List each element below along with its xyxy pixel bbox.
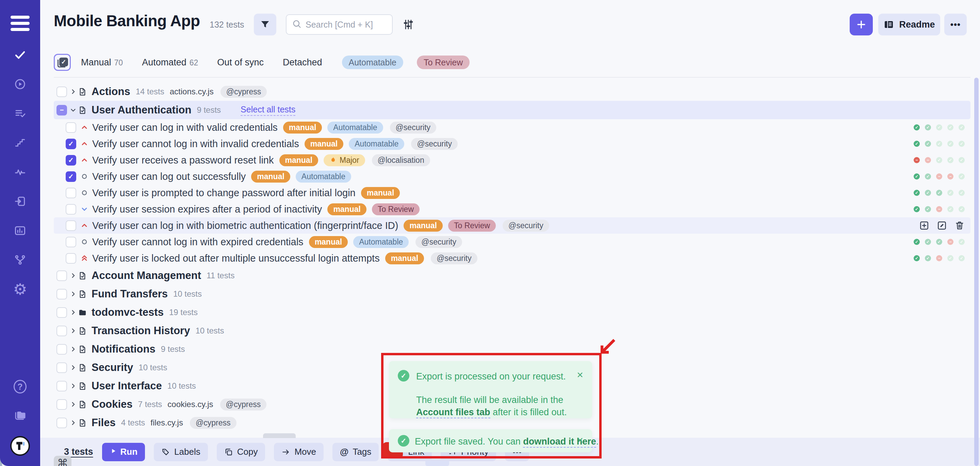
view-settings-icon[interactable] [400, 16, 417, 33]
pill-automatable[interactable]: Automatable [296, 171, 351, 183]
pill-manual[interactable]: manual [251, 171, 290, 183]
chevron-right-icon[interactable] [69, 419, 77, 426]
tab-automated[interactable]: Automated62 [142, 57, 198, 68]
row-checkbox[interactable] [56, 399, 67, 410]
suite-name[interactable]: Fund Transfers [92, 288, 168, 300]
search-input[interactable] [305, 20, 415, 30]
pill-to-review[interactable]: To Review [448, 220, 496, 231]
suite-name[interactable]: Notifications [92, 343, 156, 355]
tag-pill[interactable]: @security [390, 121, 437, 134]
tab-detached[interactable]: Detached [283, 57, 322, 68]
close-icon[interactable]: × [577, 369, 583, 380]
chevron-right-icon[interactable] [69, 364, 77, 371]
select-all-tests-link[interactable]: Select all tests [240, 105, 295, 116]
test-title[interactable]: Verify user is prompted to change passwo… [92, 187, 356, 199]
pill-manual[interactable]: manual [309, 236, 348, 248]
pill-manual[interactable]: manual [385, 252, 424, 264]
create-button[interactable] [850, 14, 873, 35]
add-result-icon[interactable] [919, 220, 929, 231]
analytics-chart-icon[interactable] [14, 224, 27, 237]
row-checkbox[interactable]: − [56, 105, 67, 115]
chevron-right-icon[interactable] [69, 272, 77, 279]
tag-pill[interactable]: @cypress [220, 399, 267, 410]
copy-button[interactable]: Copy [217, 443, 266, 461]
tab-manual[interactable]: Manual70 [81, 57, 123, 68]
tag-pill[interactable]: @security [411, 138, 458, 150]
integrations-branch-icon[interactable] [14, 254, 27, 267]
suite-name[interactable]: Cookies [92, 398, 133, 410]
row-checkbox[interactable] [66, 122, 76, 133]
tab-out-of-sync[interactable]: Out of sync [217, 57, 264, 68]
download-link[interactable]: download it here [523, 436, 596, 448]
tags-button[interactable]: @Tags [332, 443, 379, 461]
pill-major[interactable]: Major [324, 154, 365, 166]
chevron-right-icon[interactable] [69, 382, 77, 390]
chevron-right-icon[interactable] [69, 309, 77, 316]
test-title[interactable]: Verify user can log in with biometric au… [92, 220, 398, 231]
test-title[interactable]: Verify user cannot log in with invalid c… [92, 138, 299, 150]
filter-pill-automatable[interactable]: Automatable [342, 56, 403, 69]
row-checkbox[interactable] [56, 289, 67, 299]
runs-play-icon[interactable] [14, 78, 27, 91]
row-checkbox[interactable]: ✓ [66, 155, 76, 166]
test-title[interactable]: Verify user can log out successfully [92, 171, 246, 182]
chevron-right-icon[interactable] [69, 327, 77, 335]
delete-icon[interactable] [955, 220, 965, 231]
row-checkbox[interactable] [66, 220, 76, 231]
select-all-checkbox[interactable]: ✓ [54, 54, 71, 71]
tests-check-icon[interactable] [14, 48, 27, 61]
milestones-steps-icon[interactable] [14, 136, 27, 149]
suite-name[interactable]: Account Management [92, 270, 201, 282]
test-title[interactable]: Verify user can log in with valid creden… [92, 122, 278, 133]
avatar[interactable] [10, 436, 30, 456]
menu-icon[interactable] [11, 16, 30, 31]
chevron-right-icon[interactable] [69, 345, 77, 353]
filter-pill-to-review[interactable]: To Review [417, 56, 469, 69]
row-checkbox[interactable] [56, 344, 67, 354]
row-checkbox[interactable] [66, 188, 76, 198]
row-checkbox[interactable] [56, 270, 67, 281]
tag-pill[interactable]: @localisation [372, 154, 430, 166]
settings-gear-icon[interactable]: ⚙ [14, 283, 27, 296]
row-checkbox[interactable] [56, 418, 67, 428]
edit-icon[interactable] [937, 220, 947, 231]
suite-name[interactable]: Transaction History [92, 325, 190, 337]
suite-name[interactable]: User Interface [92, 380, 162, 392]
suite-name[interactable]: Actions [92, 86, 130, 98]
row-checkbox[interactable] [56, 381, 67, 391]
help-icon[interactable]: ? [14, 380, 27, 393]
tag-pill[interactable]: @security [503, 220, 549, 231]
move-button[interactable]: Move [274, 443, 324, 461]
requirements-login-icon[interactable] [14, 195, 27, 208]
suite-name[interactable]: Security [92, 361, 133, 374]
tag-pill[interactable]: @security [415, 236, 462, 248]
chevron-right-icon[interactable] [69, 88, 77, 96]
row-checkbox[interactable] [56, 307, 67, 318]
suite-name[interactable]: User Authentication [92, 104, 191, 116]
pill-manual[interactable]: manual [404, 220, 443, 231]
pill-automatable[interactable]: Automatable [353, 236, 409, 248]
suite-name[interactable]: todomvc-tests [92, 306, 164, 319]
row-checkbox[interactable] [56, 326, 67, 336]
account-files-tab-link[interactable]: Account files tab [416, 407, 490, 418]
pill-manual[interactable]: manual [279, 154, 318, 166]
plans-list-check-icon[interactable] [14, 107, 27, 120]
test-title[interactable]: Verify user session expires after a peri… [92, 204, 322, 215]
test-title[interactable]: Verify user is locked out after multiple… [92, 253, 380, 264]
tag-pill[interactable]: @cypress [221, 86, 267, 98]
row-checkbox[interactable] [66, 253, 76, 264]
tag-pill[interactable]: @security [431, 252, 477, 264]
chevron-right-icon[interactable] [69, 401, 77, 408]
row-checkbox[interactable] [66, 237, 76, 247]
pill-manual[interactable]: manual [283, 121, 322, 134]
filter-button[interactable] [254, 14, 276, 35]
labels-button[interactable]: Labels [154, 443, 208, 461]
row-checkbox[interactable] [66, 204, 76, 215]
pill-to-review[interactable]: To Review [372, 203, 420, 215]
chevron-right-icon[interactable] [69, 290, 77, 298]
row-checkbox[interactable]: ✓ [66, 171, 76, 182]
more-button[interactable]: ••• [944, 14, 967, 35]
vertical-scrollbar[interactable] [974, 78, 978, 466]
readme-button[interactable]: Readme [878, 14, 940, 35]
tag-pill[interactable]: @cypress [190, 417, 237, 429]
